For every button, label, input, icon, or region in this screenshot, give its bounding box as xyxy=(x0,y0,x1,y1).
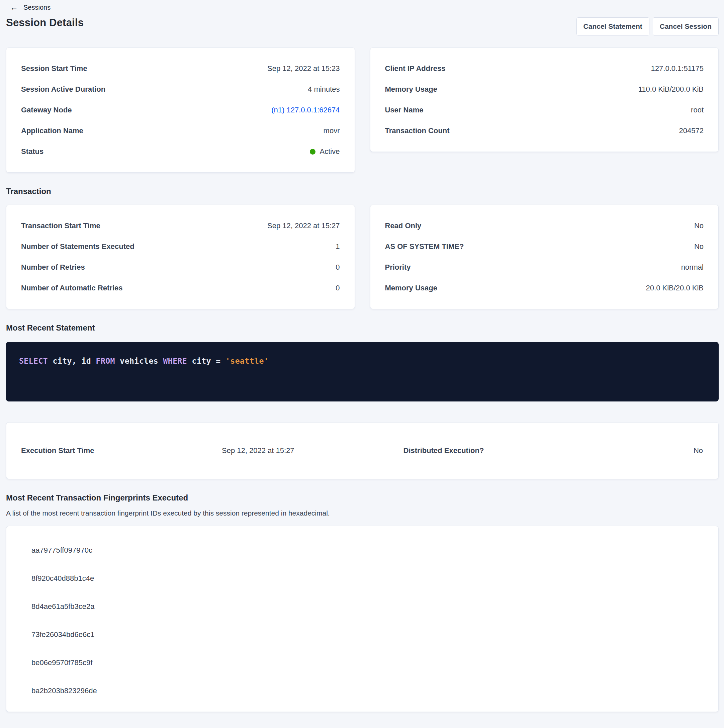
row-value: 0 xyxy=(335,284,340,292)
sql-keyword: SELECT xyxy=(19,356,48,366)
transaction-section-heading: Transaction xyxy=(6,187,719,196)
row-value: No xyxy=(694,242,704,251)
cancel-statement-button[interactable]: Cancel Statement xyxy=(577,17,649,35)
execution-start-time-label: Execution Start Time xyxy=(21,446,222,455)
fingerprint-id: 73fe26034bd6e6c1 xyxy=(31,621,704,649)
breadcrumb[interactable]: ← Sessions xyxy=(6,2,719,13)
status-active-dot-icon xyxy=(310,149,315,154)
header-buttons: Cancel Statement Cancel Session xyxy=(577,17,719,35)
sql-text: city, id xyxy=(48,356,96,366)
row-label: Memory Usage xyxy=(385,85,438,94)
sql-text: vehicles xyxy=(115,356,163,366)
row-value: 127.0.0.1:51175 xyxy=(651,64,704,73)
fingerprints-section-description: A list of the most recent transaction fi… xyxy=(6,509,719,517)
session-summary-card-left: Session Start Time Sep 12, 2022 at 15:23… xyxy=(6,47,355,173)
transaction-start-time-row: Transaction Start Time Sep 12, 2022 at 1… xyxy=(21,216,340,236)
row-value: normal xyxy=(681,263,704,272)
row-label: Priority xyxy=(385,263,411,272)
txn-memory-usage-row: Memory Usage 20.0 KiB/20.0 KiB xyxy=(385,278,704,298)
user-name-row: User Name root xyxy=(385,100,704,121)
row-label: Transaction Count xyxy=(385,127,450,135)
gateway-node-link[interactable]: (n1) 127.0.0.1:62674 xyxy=(271,106,340,115)
fingerprint-id: be06e9570f785c9f xyxy=(31,649,704,677)
session-active-duration-row: Session Active Duration 4 minutes xyxy=(21,79,340,100)
row-value: Sep 12, 2022 at 15:27 xyxy=(267,222,340,230)
sql-statement-box: SELECT city, id FROM vehicles WHERE city… xyxy=(6,342,719,401)
gateway-node-row: Gateway Node (n1) 127.0.0.1:62674 xyxy=(21,100,340,121)
fingerprints-section-heading: Most Recent Transaction Fingerprints Exe… xyxy=(6,493,719,503)
row-label: User Name xyxy=(385,106,424,115)
automatic-retries-row: Number of Automatic Retries 0 xyxy=(21,278,340,298)
application-name-row: Application Name movr xyxy=(21,121,340,141)
session-summary-card-right: Client IP Address 127.0.0.1:51175 Memory… xyxy=(370,47,719,152)
row-label: Memory Usage xyxy=(385,284,438,292)
session-start-time-row: Session Start Time Sep 12, 2022 at 15:23 xyxy=(21,58,340,79)
priority-row: Priority normal xyxy=(385,257,704,278)
page-title: Session Details xyxy=(6,17,84,29)
page-header: Session Details Cancel Statement Cancel … xyxy=(6,17,719,35)
session-details-page: ← Sessions Session Details Cancel Statem… xyxy=(0,0,724,712)
transaction-card-left: Transaction Start Time Sep 12, 2022 at 1… xyxy=(6,205,355,309)
fingerprint-id: ba2b203b823296de xyxy=(31,677,704,705)
row-value: 1 xyxy=(335,242,340,251)
sql-text: city = xyxy=(187,356,225,366)
row-label: Gateway Node xyxy=(21,106,72,115)
status-row: Status Active xyxy=(21,141,340,162)
sql-keyword: WHERE xyxy=(163,356,187,366)
distributed-execution-value: No xyxy=(693,446,703,455)
row-label: Client IP Address xyxy=(385,64,445,73)
row-value: 204572 xyxy=(679,127,704,135)
fingerprint-id: 8f920c40d88b1c4e xyxy=(31,564,704,592)
breadcrumb-sessions-link[interactable]: Sessions xyxy=(23,4,51,11)
session-summary-row: Session Start Time Sep 12, 2022 at 15:23… xyxy=(6,47,719,173)
row-value: 4 minutes xyxy=(308,85,340,94)
row-label: Number of Automatic Retries xyxy=(21,284,123,292)
row-label: Application Name xyxy=(21,127,83,135)
distributed-execution-label: Distributed Execution? xyxy=(404,446,484,455)
row-value: 110.0 KiB/200.0 KiB xyxy=(638,85,704,94)
sql-string-literal: 'seattle' xyxy=(225,356,269,366)
row-value: 0 xyxy=(335,263,340,272)
row-label: Session Start Time xyxy=(21,64,87,73)
statements-executed-row: Number of Statements Executed 1 xyxy=(21,236,340,257)
row-label: Transaction Start Time xyxy=(21,222,100,230)
most-recent-statement-heading: Most Recent Statement xyxy=(6,323,719,333)
row-label: Read Only xyxy=(385,222,422,230)
row-label: AS OF SYSTEM TIME? xyxy=(385,242,464,251)
status-value: Active xyxy=(320,147,340,156)
row-label: Status xyxy=(21,147,43,156)
transaction-cards-row: Transaction Start Time Sep 12, 2022 at 1… xyxy=(6,205,719,309)
arrow-left-icon[interactable]: ← xyxy=(10,3,18,11)
sql-keyword: FROM xyxy=(96,356,115,366)
execution-card: Execution Start Time Sep 12, 2022 at 15:… xyxy=(6,422,719,479)
row-label: Number of Statements Executed xyxy=(21,242,135,251)
row-label: Number of Retries xyxy=(21,263,85,272)
row-value: movr xyxy=(323,127,340,135)
as-of-system-time-row: AS OF SYSTEM TIME? No xyxy=(385,236,704,257)
read-only-row: Read Only No xyxy=(385,216,704,236)
row-value: No xyxy=(694,222,704,230)
row-value: 20.0 KiB/20.0 KiB xyxy=(646,284,704,292)
fingerprints-card: aa79775ff097970c 8f920c40d88b1c4e 8d4ae6… xyxy=(6,526,719,712)
status-badge: Active xyxy=(310,147,340,156)
row-label: Session Active Duration xyxy=(21,85,106,94)
memory-usage-row: Memory Usage 110.0 KiB/200.0 KiB xyxy=(385,79,704,100)
transaction-count-row: Transaction Count 204572 xyxy=(385,121,704,141)
transaction-card-right: Read Only No AS OF SYSTEM TIME? No Prior… xyxy=(370,205,719,309)
row-value: Sep 12, 2022 at 15:23 xyxy=(267,64,340,73)
retries-row: Number of Retries 0 xyxy=(21,257,340,278)
execution-start-time-value: Sep 12, 2022 at 15:27 xyxy=(222,446,294,455)
fingerprint-id: aa79775ff097970c xyxy=(31,536,704,564)
client-ip-row: Client IP Address 127.0.0.1:51175 xyxy=(385,58,704,79)
fingerprint-id: 8d4ae61a5fb3ce2a xyxy=(31,592,704,621)
cancel-session-button[interactable]: Cancel Session xyxy=(653,17,719,35)
row-value: root xyxy=(691,106,704,115)
